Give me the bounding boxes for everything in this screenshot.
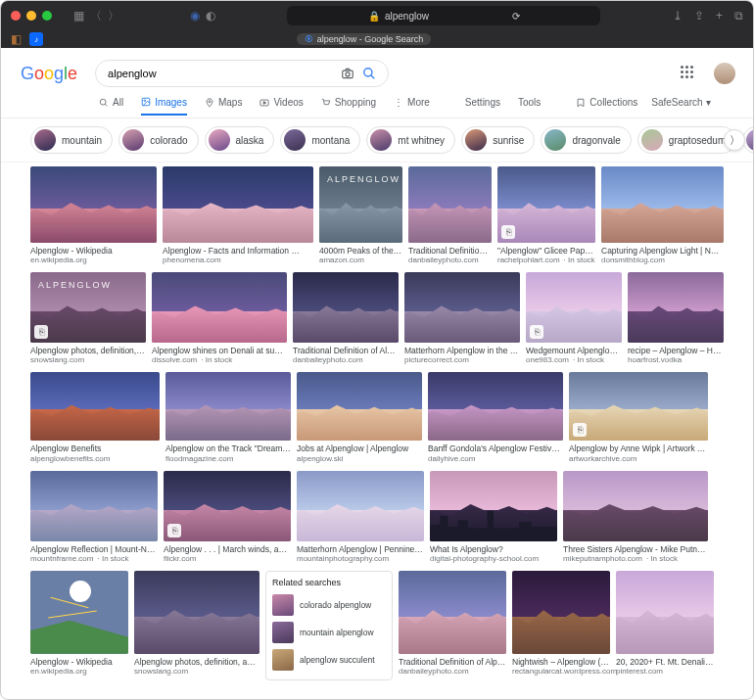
result-card[interactable]: Banff Gondola's Alpenglow Festival …dail…: [428, 372, 563, 468]
result-card[interactable]: Traditional Definition of Alpenglow …dan…: [293, 272, 399, 370]
nav-collections[interactable]: Collections: [576, 97, 637, 114]
tab-images[interactable]: Images: [141, 97, 187, 116]
tab-videos[interactable]: Videos: [259, 97, 303, 114]
result-card[interactable]: Jobs at Alpenglow | Alpenglowalpenglow.s…: [297, 372, 422, 468]
result-thumbnail[interactable]: ⎘: [497, 166, 595, 243]
result-thumbnail[interactable]: [601, 166, 724, 243]
apps-icon[interactable]: [681, 66, 696, 81]
result-card[interactable]: ⎘"Alpenglow" Glicee Paper Print …rachelp…: [497, 166, 595, 270]
result-thumbnail[interactable]: [616, 571, 714, 654]
result-thumbnail[interactable]: [404, 272, 520, 343]
tab-more[interactable]: ⋮More: [394, 97, 430, 114]
result-card[interactable]: Alpenglow Benefitsalpenglowbenefits.com: [30, 372, 160, 468]
result-card[interactable]: 20, 2020+ Ft. Mt. Denali, Alp…pinterest.…: [616, 571, 714, 681]
search-box[interactable]: [95, 60, 389, 87]
result-card[interactable]: Capturing Alpenglow Light | Nature's …do…: [601, 166, 724, 270]
chip-colorado[interactable]: colorado: [118, 126, 198, 154]
result-card[interactable]: Alpenglow shines on Denali at sunrise …d…: [152, 272, 287, 370]
result-thumbnail[interactable]: [30, 166, 157, 243]
search-icon[interactable]: [362, 67, 376, 80]
nav-tools[interactable]: Tools: [518, 97, 541, 114]
result-card[interactable]: Three Sisters Alpenglow - Mike Putnam …m…: [563, 471, 708, 569]
result-card[interactable]: Alpenglow - Wikipediaen.wikipedia.org: [30, 166, 157, 270]
result-thumbnail[interactable]: [430, 471, 557, 541]
google-logo[interactable]: Google: [21, 64, 77, 84]
result-thumbnail[interactable]: [428, 372, 563, 441]
related-item[interactable]: alpenglow succulent: [272, 646, 386, 674]
result-card[interactable]: recipe – Alpenglow – Hoarfrost Distillin…: [628, 272, 724, 370]
result-card[interactable]: ⎘Alpenglow by Anne Wipk | Artwork Ar…art…: [569, 372, 708, 468]
result-thumbnail[interactable]: [512, 571, 610, 654]
reader-icon[interactable]: ◐: [206, 9, 215, 23]
result-card[interactable]: ⎘Wedgemount Alpenglow – C…one983.com· In…: [526, 272, 622, 370]
chips-scroll-right[interactable]: 〉: [724, 129, 745, 151]
chip-sunrise[interactable]: sunrise: [461, 126, 535, 154]
address-bar[interactable]: 🔒 alpenglow ⟳: [287, 6, 600, 25]
result-thumbnail[interactable]: [399, 571, 506, 654]
related-item[interactable]: colorado alpenglow: [272, 591, 386, 619]
result-thumbnail[interactable]: [408, 166, 492, 243]
result-card[interactable]: Traditional Definition of Alpengl…danbai…: [399, 571, 506, 681]
nav-settings[interactable]: Settings: [465, 97, 500, 114]
result-thumbnail[interactable]: [297, 471, 424, 541]
result-card[interactable]: ALPENGLOW4000m Peaks of the Alps: Ben…am…: [319, 166, 402, 270]
pinned-tab-1[interactable]: ◧: [11, 32, 22, 46]
camera-icon[interactable]: [341, 67, 354, 80]
result-thumbnail[interactable]: ALPENGLOW: [319, 166, 402, 243]
sidebar-icon[interactable]: ▦: [73, 9, 84, 23]
tabs-icon[interactable]: ⧉: [734, 9, 743, 23]
forward-icon[interactable]: 〉: [108, 8, 119, 24]
pinned-tab-twitter[interactable]: ♪: [29, 32, 43, 46]
result-thumbnail[interactable]: [134, 571, 259, 654]
result-thumbnail[interactable]: [30, 372, 160, 441]
result-thumbnail[interactable]: [163, 166, 313, 243]
result-card[interactable]: Nightwish – Alpenglow (analysis …rectang…: [512, 571, 610, 681]
result-card[interactable]: What Is Alpenglow?digital-photography-sc…: [430, 471, 557, 569]
result-thumbnail[interactable]: ⎘: [164, 471, 291, 541]
related-item[interactable]: mountain alpenglow: [272, 619, 386, 646]
result-card[interactable]: Matterhorn Alpenglow | Pennine Alps …mou…: [297, 471, 424, 569]
new-tab-icon[interactable]: +: [716, 9, 723, 23]
nav-safesearch[interactable]: SafeSearch▾: [651, 97, 710, 114]
result-card[interactable]: ALPENGLOW⎘Alpenglow photos, definition, …: [30, 272, 146, 370]
result-card[interactable]: Traditional Definition of Alpengl…danbai…: [408, 166, 492, 270]
result-thumbnail[interactable]: [30, 471, 158, 541]
result-card[interactable]: Alpenglow - Wikipediaen.wikipedia.org: [30, 571, 128, 681]
result-thumbnail[interactable]: [628, 272, 724, 343]
chip-mt whitney[interactable]: mt whitney: [366, 126, 455, 154]
tab-all[interactable]: All: [99, 97, 123, 114]
result-card[interactable]: Alpenglow on the Track "Dreaming Too…flo…: [165, 372, 291, 468]
result-thumbnail[interactable]: [165, 372, 291, 441]
download-icon[interactable]: ⤓: [673, 9, 683, 23]
result-thumbnail[interactable]: ⎘: [526, 272, 622, 343]
shield-icon[interactable]: ◉: [190, 9, 200, 23]
result-source: pinterest.com: [616, 667, 714, 681]
active-tab[interactable]: ⦿alpenglow - Google Search: [297, 33, 432, 45]
result-card[interactable]: Alpenglow photos, definition, and caus…s…: [134, 571, 259, 681]
result-thumbnail[interactable]: [293, 272, 399, 343]
tab-shopping[interactable]: Shopping: [321, 97, 376, 114]
chip-montana[interactable]: montana: [280, 126, 360, 154]
chip-mountain[interactable]: mountain: [30, 126, 113, 154]
reload-icon[interactable]: ⟳: [512, 11, 520, 22]
tab-maps[interactable]: Maps: [205, 97, 242, 114]
window-controls[interactable]: [11, 11, 52, 21]
result-thumbnail[interactable]: ALPENGLOW⎘: [30, 272, 146, 343]
result-card[interactable]: Matterhorn Alpenglow in the Swiss Alpspi…: [404, 272, 520, 370]
result-card[interactable]: Alpenglow Reflection | Mount-N-Framemoun…: [30, 471, 158, 569]
back-icon[interactable]: 〈: [90, 8, 102, 24]
result-thumbnail[interactable]: [297, 372, 422, 441]
chip-alaska[interactable]: alaska: [205, 126, 275, 154]
chip-graptosedum[interactable]: graptosedum: [637, 126, 736, 154]
search-input[interactable]: [108, 68, 333, 79]
result-thumbnail[interactable]: [30, 571, 128, 654]
result-card[interactable]: Related searchescolorado alpenglowmounta…: [265, 571, 393, 681]
result-card[interactable]: Alpenglow - Facts and Information …pheno…: [163, 166, 313, 270]
share-icon[interactable]: ⇪: [694, 9, 704, 23]
result-thumbnail[interactable]: [563, 471, 708, 541]
account-avatar[interactable]: [714, 63, 735, 84]
result-card[interactable]: ⎘Alpenglow . . . | March winds, and …fli…: [164, 471, 291, 569]
result-thumbnail[interactable]: ⎘: [569, 372, 708, 441]
chip-dragonvale[interactable]: dragonvale: [541, 126, 631, 154]
result-thumbnail[interactable]: [152, 272, 287, 343]
